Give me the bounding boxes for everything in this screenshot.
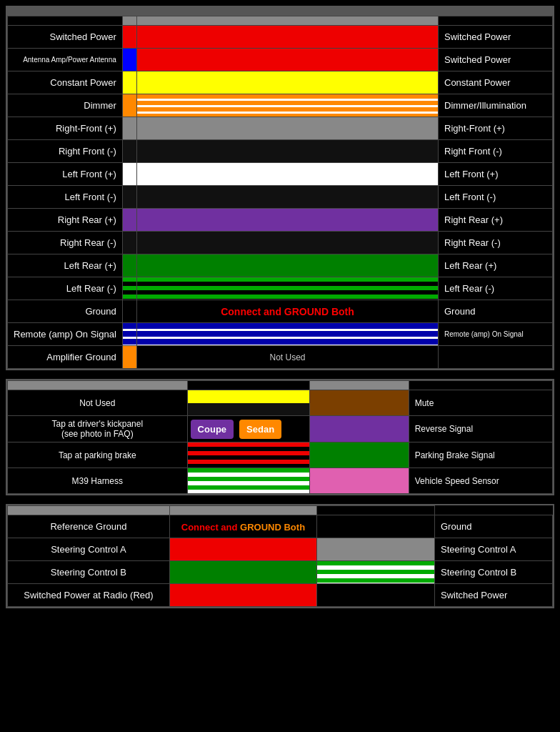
- wire-col2: [137, 277, 439, 300]
- other-label-left: Not Used: [8, 390, 188, 416]
- other-label-right: Vehicle Speed Sensor: [409, 468, 552, 494]
- sedan-button[interactable]: Sedan: [239, 420, 281, 439]
- wire-col2: [137, 254, 439, 277]
- main-section-header: [7, 7, 553, 16]
- table-row: DimmerDimmer/Illumination: [8, 94, 553, 117]
- table-row: Left Rear (+)Left Rear (+): [8, 254, 553, 277]
- pk-wire: [310, 468, 409, 494]
- other-label-right: Reverse Signal: [409, 416, 552, 442]
- wire-col1: [122, 140, 136, 163]
- table-row: Left Front (+)Left Front (+): [8, 163, 553, 186]
- other-label-left: Tap at parking brake: [8, 442, 188, 468]
- wire-col1: [122, 323, 136, 346]
- pk-wire: [310, 390, 409, 416]
- aswc-wire: [317, 538, 435, 561]
- wire-col1: [122, 346, 136, 369]
- main-section: Switched PowerSwitched PowerAntenna Amp/…: [6, 6, 554, 370]
- table-row: Right Rear (+)Right Rear (+): [8, 209, 553, 232]
- steering-wire-mid: [169, 538, 316, 561]
- steering-label-right: Steering Control B: [435, 561, 553, 584]
- wire-col1: [122, 186, 136, 209]
- wire-col2: [137, 232, 439, 254]
- pk-wire: [310, 442, 409, 468]
- steering-label-right: Steering Control A: [435, 538, 553, 561]
- wire-col1: [122, 117, 136, 140]
- wire-col1: [122, 49, 136, 71]
- pk-header: [310, 381, 409, 390]
- other-wire-mid: [187, 390, 310, 416]
- row-label-right: Left Front (+): [439, 163, 553, 186]
- row-label-right: Right Front (-): [439, 140, 553, 163]
- steering-label-right: Ground: [435, 515, 553, 538]
- row-label-right: Ground: [439, 300, 553, 323]
- table-row: Right-Front (+)Right-Front (+): [8, 117, 553, 140]
- steering-row: Steering Control ASteering Control A: [8, 538, 553, 561]
- col-header-headunit: [137, 16, 439, 26]
- other-wire-mid: [187, 442, 310, 468]
- steering-section: Reference GroundConnect and GROUND BothG…: [6, 504, 554, 608]
- wire-col1: [122, 300, 136, 323]
- wire-col2: [137, 323, 439, 346]
- pk-wire: [310, 416, 409, 442]
- col-header-metra: [122, 16, 136, 26]
- steering-table: Reference GroundConnect and GROUND BothG…: [7, 505, 553, 607]
- row-label-left: Remote (amp) On Signal: [8, 323, 123, 346]
- steering-label-left: Steering Control A: [8, 538, 170, 561]
- steering-col2-header: [169, 506, 316, 515]
- wire-col2: [137, 186, 439, 209]
- wire-col1: [122, 232, 136, 254]
- row-label-right: Switched Power: [439, 49, 553, 71]
- row-label-left: Constant Power: [8, 71, 123, 94]
- row-label-left: Left Rear (-): [8, 277, 123, 300]
- wire-col2: [137, 94, 439, 117]
- other-wire-mid: [187, 468, 310, 494]
- other-label-right: Mute: [409, 390, 552, 416]
- table-row: GroundConnect and GROUND BothGround: [8, 300, 553, 323]
- steering-wire-mid: [169, 584, 316, 607]
- row-label-right: Constant Power: [439, 71, 553, 94]
- steering-label-left: Reference Ground: [8, 515, 170, 538]
- table-row: Right Front (-)Right Front (-): [8, 140, 553, 163]
- row-label-left: Right Rear (-): [8, 232, 123, 254]
- other-table-row: Tap at parking brakeParking Brake Signal: [8, 442, 553, 468]
- ground-special: Connect and GROUND Both: [137, 300, 439, 323]
- steering-wire-mid: Connect and GROUND Both: [169, 515, 316, 538]
- row-label-left: Switched Power: [8, 26, 123, 49]
- wire-col2: [137, 117, 439, 140]
- table-row: Remote (amp) On SignalRemote (amp) On Si…: [8, 323, 553, 346]
- row-label-left: Amplifier Ground: [8, 346, 123, 369]
- aswc-wire: [317, 515, 435, 538]
- other-table: Not Used MuteTap at driver's kickpanel (…: [7, 380, 553, 494]
- coupe-button[interactable]: Coupe: [191, 420, 234, 439]
- main-table: Switched PowerSwitched PowerAntenna Amp/…: [7, 16, 553, 369]
- steering-label-right: Switched Power: [435, 584, 553, 607]
- row-label-left: Ground: [8, 300, 123, 323]
- other-table-row: Not Used Mute: [8, 390, 553, 416]
- row-label-left: Right-Front (+): [8, 117, 123, 140]
- wire-col1: [122, 209, 136, 232]
- other-table-row: M39 HarnessVehicle Speed Sensor: [8, 468, 553, 494]
- row-label-left: Antenna Amp/Power Antenna: [8, 49, 123, 71]
- row-label-left: Right Rear (+): [8, 209, 123, 232]
- wire-col2: [137, 71, 439, 94]
- table-row: Switched PowerSwitched Power: [8, 26, 553, 49]
- wire-col2: [137, 49, 439, 71]
- row-label-right: Remote (amp) On Signal: [439, 323, 553, 346]
- row-label-left: Right Front (-): [8, 140, 123, 163]
- wire-col1: [122, 71, 136, 94]
- wire-col1: [122, 163, 136, 186]
- table-row: Amplifier GroundNot Used: [8, 346, 553, 369]
- steering-label-left: Switched Power at Radio (Red): [8, 584, 170, 607]
- wire-col1: [122, 94, 136, 117]
- other-label-left: M39 Harness: [8, 468, 188, 494]
- page: Switched PowerSwitched PowerAntenna Amp/…: [0, 0, 560, 623]
- steering-label-left: Steering Control B: [8, 561, 170, 584]
- row-label-left: Dimmer: [8, 94, 123, 117]
- table-row: Constant PowerConstant Power: [8, 71, 553, 94]
- row-label-right: Left Rear (-): [439, 277, 553, 300]
- other-table-row: Tap at driver's kickpanel (see photo in …: [8, 416, 553, 442]
- table-row: Left Front (-)Left Front (-): [8, 186, 553, 209]
- row-label-right: Left Front (-): [439, 186, 553, 209]
- other-label-right: Parking Brake Signal: [409, 442, 552, 468]
- table-row: Left Rear (-)Left Rear (-): [8, 277, 553, 300]
